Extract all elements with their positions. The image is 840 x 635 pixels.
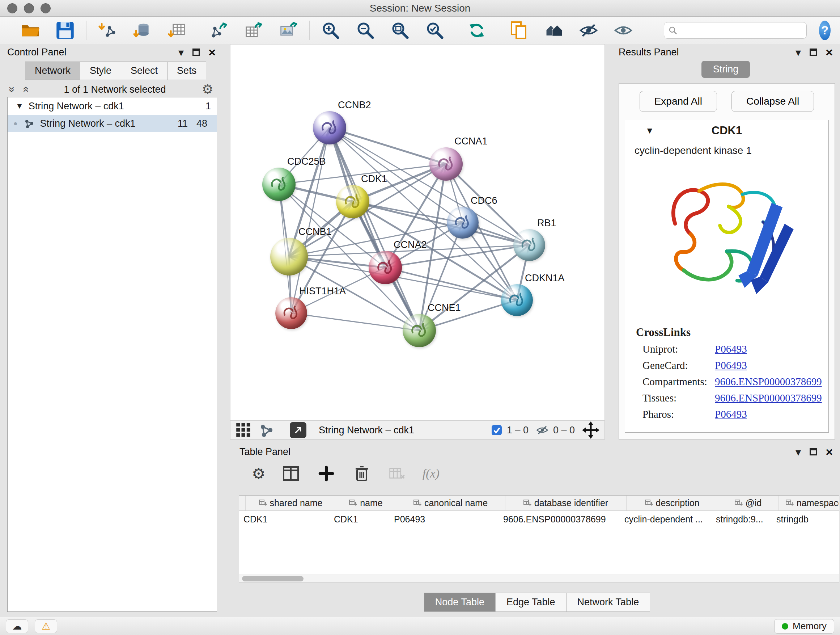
show-columns-button[interactable] <box>281 463 301 484</box>
results-panel-menu-icon[interactable]: ▾ <box>796 46 801 59</box>
collapse-tree-icon[interactable]: » <box>19 87 31 93</box>
results-panel-float-button[interactable] <box>810 49 817 56</box>
node-ccna2[interactable] <box>369 251 402 284</box>
search-input[interactable] <box>681 25 802 36</box>
crosslink-link[interactable]: P06493 <box>715 343 829 355</box>
column-header--id[interactable]: @id <box>718 496 778 510</box>
tab-network[interactable]: Network <box>25 62 80 80</box>
copy-button[interactable] <box>509 20 529 41</box>
control-panel-float-button[interactable] <box>193 49 200 56</box>
import-table-from-file-button[interactable] <box>167 20 187 41</box>
node-cdkn1a[interactable] <box>501 284 533 316</box>
table-panel-float-button[interactable] <box>810 448 817 455</box>
export-network-button[interactable] <box>209 20 229 41</box>
crosslink-link[interactable]: P06493 <box>715 409 829 420</box>
control-panel-menu-icon[interactable]: ▾ <box>178 46 184 59</box>
cloud-status-button[interactable]: ☁ <box>6 619 28 633</box>
node-hist1h1a[interactable] <box>275 297 307 329</box>
zoom-out-button[interactable] <box>355 20 376 41</box>
tab-select[interactable]: Select <box>121 62 167 80</box>
entry-collapse-icon[interactable]: ▼ <box>645 126 654 136</box>
node-ccnb1[interactable] <box>270 238 308 276</box>
network-canvas[interactable]: CCNB2CCNA1CDC25BCDK1CDC6RB1CCNB1CCNA2CDK… <box>230 44 605 421</box>
help-button[interactable]: ? <box>819 21 831 40</box>
column-header-canonical-name[interactable]: canonical name <box>396 496 505 510</box>
column-header-namespace[interactable]: namespace <box>778 496 839 510</box>
node-ccne1[interactable] <box>403 314 436 347</box>
collection-expand-icon[interactable]: ▼ <box>16 101 24 111</box>
table-horizontal-scrollbar[interactable] <box>239 575 839 583</box>
column-header-description[interactable]: description <box>627 496 718 510</box>
tab-network-table[interactable]: Network Table <box>566 593 651 612</box>
crosslink-link[interactable]: 9606.ENSP00000378699 <box>715 376 829 388</box>
import-network-from-database-button[interactable] <box>132 20 152 41</box>
open-session-button[interactable] <box>20 20 41 41</box>
expand-tree-icon[interactable]: » <box>6 87 19 93</box>
import-network-from-file-button[interactable] <box>97 20 118 41</box>
hide-selected-button[interactable] <box>578 20 599 41</box>
export-table-button[interactable] <box>243 20 264 41</box>
pan-mode-button[interactable] <box>582 421 600 439</box>
minimize-window-button[interactable] <box>24 3 34 13</box>
column-header-name[interactable]: name <box>336 496 396 510</box>
tab-style[interactable]: Style <box>80 62 121 80</box>
save-session-button[interactable] <box>55 20 75 41</box>
results-panel-close-button[interactable]: × <box>826 46 833 58</box>
node-ccnb2[interactable] <box>313 111 346 144</box>
table-panel-close-button[interactable]: × <box>826 446 833 458</box>
warnings-button[interactable]: ⚠ <box>35 619 57 633</box>
network-edge[interactable] <box>330 128 446 164</box>
table-cell-canonical-name[interactable]: P06493 <box>390 511 499 527</box>
table-cell-description[interactable]: cyclin-dependent ... <box>620 511 712 527</box>
table-panel-menu-icon[interactable]: ▾ <box>796 446 801 458</box>
show-all-button[interactable] <box>613 20 633 41</box>
tab-sets[interactable]: Sets <box>167 62 206 80</box>
table-row[interactable]: CDK1CDK1P064939606.ENSP00000378699cyclin… <box>239 511 839 527</box>
table-cell--id[interactable]: stringdb:9... <box>712 511 772 527</box>
table-cell-namespace[interactable]: stringdb <box>772 511 839 527</box>
memory-button[interactable]: Memory <box>774 619 834 633</box>
network-options-gear-icon[interactable]: ⚙ <box>202 82 213 97</box>
grid-view-button[interactable] <box>235 422 251 438</box>
table-options-gear-icon[interactable]: ⚙ <box>252 465 265 483</box>
collapse-all-button[interactable]: Collapse All <box>731 91 814 112</box>
selected-checkbox-icon[interactable] <box>491 424 502 436</box>
table-cell-database-identifier[interactable]: 9606.ENSP00000378699 <box>499 511 620 527</box>
zoom-window-button[interactable] <box>41 3 51 13</box>
hidden-eye-slash-icon[interactable] <box>536 425 549 435</box>
function-builder-button[interactable]: f(x) <box>423 467 439 480</box>
network-edge[interactable] <box>330 128 419 331</box>
tab-node-table[interactable]: Node Table <box>424 593 496 612</box>
column-header-shared-name[interactable]: shared name <box>246 496 336 510</box>
tab-string[interactable]: String <box>701 61 750 78</box>
control-panel-close-button[interactable]: × <box>208 46 216 58</box>
zoom-selected-button[interactable] <box>425 20 445 41</box>
crosslink-link[interactable]: 9606.ENSP00000378699 <box>715 392 829 404</box>
node-cdk1[interactable] <box>336 185 369 218</box>
network-collection-row[interactable]: ▼ String Network – cdk1 1 <box>8 97 217 115</box>
node-cdc6[interactable] <box>447 207 478 239</box>
table-cell-name[interactable]: CDK1 <box>330 511 390 527</box>
open-in-new-window-button[interactable] <box>290 422 306 438</box>
create-column-button[interactable] <box>316 463 336 484</box>
scrollbar-thumb[interactable] <box>242 576 303 581</box>
close-window-button[interactable] <box>7 3 17 13</box>
node-rb1[interactable] <box>513 229 545 261</box>
column-header-database-identifier[interactable]: database identifier <box>505 496 627 510</box>
node-cdc25b[interactable] <box>262 168 295 201</box>
zoom-fit-button[interactable] <box>390 20 410 41</box>
node-ccna1[interactable] <box>429 147 463 181</box>
export-image-button[interactable] <box>278 20 298 41</box>
table-cell-shared-name[interactable]: CDK1 <box>239 511 330 527</box>
network-type-button[interactable] <box>259 422 275 438</box>
refresh-view-button[interactable] <box>467 20 487 41</box>
zoom-in-button[interactable] <box>321 20 341 41</box>
expand-all-button[interactable]: Expand All <box>639 91 717 112</box>
home-button[interactable] <box>544 20 564 41</box>
delete-column-button[interactable] <box>352 463 372 484</box>
delete-table-button[interactable] <box>387 463 407 484</box>
network-row[interactable]: ● String Network – cdk1 11 48 <box>8 115 217 132</box>
tab-edge-table[interactable]: Edge Table <box>495 593 567 612</box>
crosslink-link[interactable]: P06493 <box>715 359 829 371</box>
network-edge[interactable] <box>291 313 419 331</box>
